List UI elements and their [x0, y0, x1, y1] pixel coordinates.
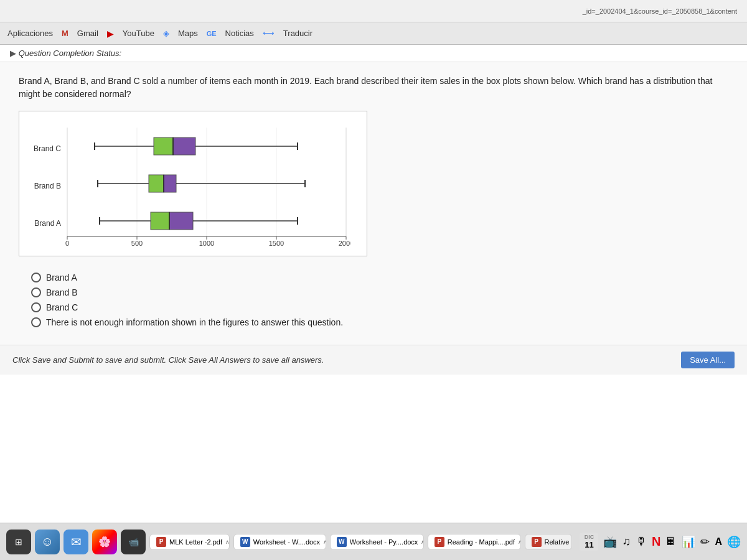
taskbar-reading-mappi[interactable]: P Reading - Mappi....pdf ∧	[428, 534, 521, 550]
option-brand-a-label: Brand A	[46, 273, 77, 282]
taskbar: ⊞ ☺ ✉ 🌸 📹 P MLK Letter -2.pdf ∧ W Worksh…	[0, 523, 747, 560]
dock-icon-grid[interactable]: ⊞	[6, 530, 31, 554]
n-app-icon[interactable]: N	[652, 534, 660, 549]
calculator-icon[interactable]: 🖩	[665, 535, 677, 548]
x-label-1500: 1500	[269, 240, 284, 246]
option-brand-c[interactable]: Brand C	[31, 302, 710, 312]
music-icon[interactable]: ♫	[622, 535, 631, 548]
radio-brand-b[interactable]	[31, 287, 41, 297]
question-text: Brand A, Brand B, and Brand C sold a num…	[19, 75, 728, 101]
relative-label: Relative	[545, 538, 570, 546]
radio-not-enough[interactable]	[31, 317, 41, 327]
worksheet-py-label: Worksheet - Py....docx	[350, 538, 418, 546]
taskbar-mlk-letter[interactable]: P MLK Letter -2.pdf ∧	[149, 534, 230, 550]
brandb-green-box	[149, 175, 164, 192]
maps-link[interactable]: Maps	[178, 29, 198, 38]
brandc-green-box	[154, 138, 173, 155]
save-footer-text: Click Save and Submit to save and submit…	[12, 355, 324, 365]
x-label-500: 500	[131, 240, 143, 246]
date-badge: DIC 11	[580, 533, 598, 551]
podcast-icon[interactable]: 🎙	[636, 535, 647, 548]
completion-status-label: Question Completion Status:	[19, 49, 121, 58]
save-footer: Click Save and Submit to save and submit…	[0, 345, 747, 375]
mlk-label: MLK Letter -2.pdf	[169, 538, 222, 546]
brandb-purple-box	[164, 175, 176, 192]
brandc-purple-box	[173, 138, 195, 155]
mlk-chevron-up: ∧	[225, 539, 230, 545]
dock-icon-photos[interactable]: 🌸	[92, 530, 117, 554]
relative-icon: P	[532, 537, 542, 547]
taskbar-worksheet-w[interactable]: W Worksheet - W....docx ∧	[233, 534, 326, 550]
worksheet-w-icon: W	[240, 537, 250, 547]
y-label-branda: Brand A	[34, 219, 61, 228]
option-brand-b-label: Brand B	[46, 287, 78, 297]
option-brand-a[interactable]: Brand A	[31, 273, 710, 282]
noticias-icon: GE	[207, 30, 217, 37]
reading-mappi-label: Reading - Mappi....pdf	[448, 538, 515, 546]
chart-icon[interactable]: 📊	[682, 535, 695, 549]
youtube-link[interactable]: YouTube	[123, 29, 154, 38]
dock-icon-video[interactable]: 📹	[121, 530, 146, 554]
system-tray: DIC 11 📺 ♫ 🎙 N 🖩 📊 ✏ A 🌐	[580, 533, 741, 551]
taskbar-worksheet-py[interactable]: W Worksheet - Py....docx ∧	[330, 534, 424, 550]
worksheet-w-chevron: ∧	[323, 539, 326, 545]
x-label-0: 0	[65, 240, 69, 246]
main-content: Brand A, Brand B, and Brand C sold a num…	[0, 62, 747, 560]
mlk-pdf-icon: P	[156, 537, 166, 547]
option-not-enough-label: There is not enough information shown in…	[46, 317, 343, 327]
option-brand-b[interactable]: Brand B	[31, 287, 710, 297]
radio-brand-c[interactable]	[31, 302, 41, 312]
worksheet-py-icon: W	[337, 537, 347, 547]
browser-tab-bar: Aplicaciones M Gmail ▶ YouTube ◈ Maps GE…	[0, 22, 747, 45]
taskbar-relative[interactable]: P Relative	[525, 534, 573, 550]
box-plot-svg: Brand C Brand B Brand A	[27, 121, 350, 246]
completion-status-bar: Question Completion Status:	[0, 45, 747, 62]
gmail-link[interactable]: Gmail	[77, 29, 98, 38]
gmail-icon: M	[62, 29, 68, 38]
url-bar-text: _id=_2002404_1&course_id=_2050858_1&cont…	[583, 7, 737, 15]
worksheet-py-chevron: ∧	[421, 539, 423, 545]
maps-icon: ◈	[163, 29, 169, 38]
x-label-1000: 1000	[199, 240, 214, 246]
globe-icon[interactable]: 🌐	[727, 535, 741, 549]
pen-icon[interactable]: ✏	[700, 535, 710, 549]
noticias-link[interactable]: Noticias	[225, 29, 254, 38]
option-brand-c-label: Brand C	[46, 302, 78, 312]
question-body: Brand A, Brand B, and Brand C sold a num…	[0, 62, 747, 345]
y-label-brandc: Brand C	[34, 144, 61, 153]
worksheet-w-label: Worksheet - W....docx	[253, 538, 320, 546]
branda-purple-box	[169, 212, 193, 230]
traducir-link[interactable]: Traducir	[283, 29, 312, 38]
y-label-brandb: Brand B	[34, 182, 61, 190]
aplicaciones-link[interactable]: Aplicaciones	[7, 29, 53, 38]
radio-brand-a[interactable]	[31, 273, 41, 282]
answer-options: Brand A Brand B Brand C There is not eno…	[19, 266, 728, 338]
box-plot-chart: Brand C Brand B Brand A	[19, 111, 367, 256]
dock-icon-finder[interactable]: ☺	[35, 530, 60, 554]
youtube-icon: ▶	[107, 29, 114, 39]
traducir-icon: ⟷	[263, 29, 275, 38]
x-label-2000: 2000	[339, 240, 350, 246]
tv-icon[interactable]: 📺	[603, 535, 617, 549]
dock-icon-mail[interactable]: ✉	[63, 530, 88, 554]
save-all-button[interactable]: Save All...	[681, 352, 735, 368]
a-icon[interactable]: A	[715, 536, 722, 548]
branda-green-box	[151, 212, 169, 230]
browser-nav-bar: _id=_2002404_1&course_id=_2050858_1&cont…	[0, 0, 747, 22]
reading-mappi-icon: P	[435, 537, 444, 547]
reading-mappi-chevron: ∧	[518, 539, 521, 545]
option-not-enough[interactable]: There is not enough information shown in…	[31, 317, 710, 327]
